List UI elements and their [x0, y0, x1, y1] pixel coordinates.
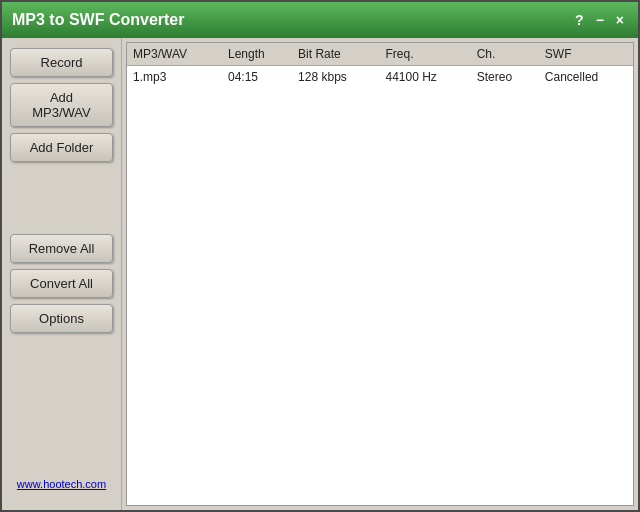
table-row[interactable]: 1.mp3 04:15 128 kbps 44100 Hz Stereo Can…: [127, 66, 633, 89]
title-bar: MP3 to SWF Converter ? − ×: [2, 2, 638, 38]
col-ch: Ch.: [471, 43, 539, 66]
add-folder-button[interactable]: Add Folder: [10, 133, 113, 162]
help-button[interactable]: ?: [571, 12, 588, 28]
remove-all-button[interactable]: Remove All: [10, 234, 113, 263]
file-table: MP3/WAV Length Bit Rate Freq. Ch. SWF 1.…: [127, 43, 633, 88]
options-button[interactable]: Options: [10, 304, 113, 333]
window-title: MP3 to SWF Converter: [12, 11, 184, 29]
window-controls: ? − ×: [571, 12, 628, 28]
cell-bitrate: 128 kbps: [292, 66, 379, 89]
minimize-button[interactable]: −: [592, 12, 608, 28]
add-mp3-wav-button[interactable]: Add MP3/WAV: [10, 83, 113, 127]
website-link[interactable]: www.hootech.com: [10, 478, 113, 490]
col-length: Length: [222, 43, 292, 66]
content-area: Record Add MP3/WAV Add Folder Remove All…: [2, 38, 638, 510]
col-swf: SWF: [539, 43, 633, 66]
file-table-container[interactable]: MP3/WAV Length Bit Rate Freq. Ch. SWF 1.…: [126, 42, 634, 506]
file-list-area: MP3/WAV Length Bit Rate Freq. Ch. SWF 1.…: [122, 38, 638, 510]
table-header-row: MP3/WAV Length Bit Rate Freq. Ch. SWF: [127, 43, 633, 66]
main-area: MP3/WAV Length Bit Rate Freq. Ch. SWF 1.…: [122, 38, 638, 510]
convert-all-button[interactable]: Convert All: [10, 269, 113, 298]
close-button[interactable]: ×: [612, 12, 628, 28]
main-window: MP3 to SWF Converter ? − × Record Add MP…: [0, 0, 640, 512]
col-bitrate: Bit Rate: [292, 43, 379, 66]
cell-length: 04:15: [222, 66, 292, 89]
col-freq: Freq.: [379, 43, 470, 66]
col-mp3wav: MP3/WAV: [127, 43, 222, 66]
sidebar: Record Add MP3/WAV Add Folder Remove All…: [2, 38, 122, 510]
sidebar-footer: www.hootech.com: [10, 478, 113, 500]
cell-freq: 44100 Hz: [379, 66, 470, 89]
cell-mp3wav: 1.mp3: [127, 66, 222, 89]
record-button[interactable]: Record: [10, 48, 113, 77]
cell-swf: Cancelled: [539, 66, 633, 89]
cell-ch: Stereo: [471, 66, 539, 89]
